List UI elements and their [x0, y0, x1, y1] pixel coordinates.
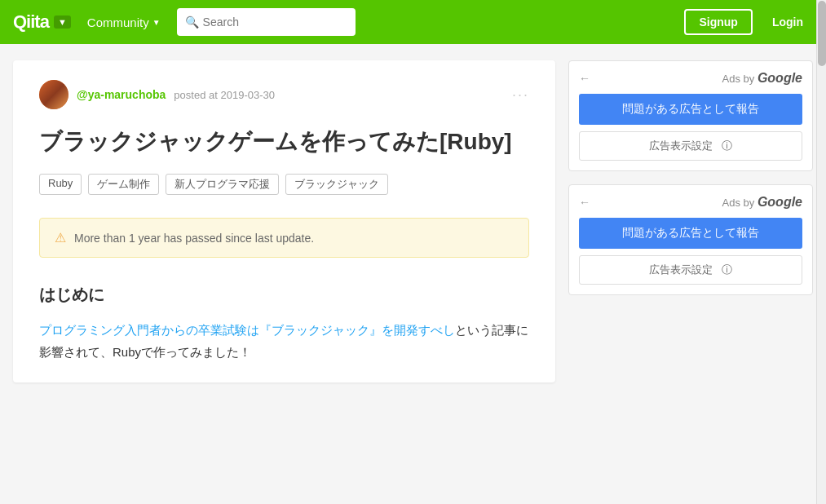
main-header: Qiita ▼ Community ▼ 🔍 Signup Login — [0, 0, 826, 44]
search-icon: 🔍 — [185, 15, 199, 29]
tag[interactable]: ゲーム制作 — [88, 174, 159, 195]
ad-settings-1[interactable]: 広告表示設定 ⓘ — [579, 131, 802, 161]
ad-back-arrow-2[interactable]: ← — [579, 196, 590, 209]
author-handle[interactable]: @ya-maruchoba — [77, 88, 166, 101]
tag[interactable]: Ruby — [39, 174, 82, 195]
logo-text: Qiita — [13, 11, 49, 33]
ad-settings-2[interactable]: 広告表示設定 ⓘ — [579, 255, 802, 285]
article-link[interactable]: プログラミング入門者からの卒業試験は『ブラックジャック』を開発すべし — [39, 323, 455, 337]
ad-header-1: ← Ads by Google — [579, 71, 802, 86]
tags-row: Rubyゲーム制作新人プログラマ応援ブラックジャック — [39, 174, 529, 195]
ad-box-1: ← Ads by Google 問題がある広告として報告 広告表示設定 ⓘ — [568, 60, 813, 171]
ads-by-google-1: Ads by Google — [722, 71, 802, 86]
tag[interactable]: 新人プログラマ応援 — [166, 174, 279, 195]
author-row: @ya-maruchoba posted at 2019-03-30 ··· — [39, 80, 529, 109]
warning-icon: ⚠ — [55, 230, 66, 245]
community-nav[interactable]: Community ▼ — [81, 15, 167, 29]
community-caret-icon: ▼ — [152, 18, 161, 27]
search-wrapper: 🔍 — [177, 8, 421, 36]
ad-report-button-1[interactable]: 問題がある広告として報告 — [579, 94, 802, 125]
warning-box: ⚠ More than 1 year has passed since last… — [39, 218, 529, 258]
post-date: posted at 2019-03-30 — [174, 89, 275, 101]
login-button[interactable]: Login — [762, 11, 813, 33]
tag[interactable]: ブラックジャック — [285, 174, 388, 195]
ad-header-2: ← Ads by Google — [579, 195, 802, 210]
ad-report-button-2[interactable]: 問題がある広告として報告 — [579, 218, 802, 249]
article-body: プログラミング入門者からの卒業試験は『ブラックジャック』を開発すべしという記事に… — [39, 319, 529, 363]
search-input[interactable] — [177, 8, 356, 36]
avatar — [39, 80, 68, 109]
more-options-button[interactable]: ··· — [512, 86, 529, 104]
ad-box-2: ← Ads by Google 問題がある広告として報告 広告表示設定 ⓘ — [568, 184, 813, 295]
main-layout: @ya-maruchoba posted at 2019-03-30 ··· ブ… — [0, 44, 826, 399]
article-card: @ya-maruchoba posted at 2019-03-30 ··· ブ… — [13, 60, 555, 382]
sidebar: ← Ads by Google 問題がある広告として報告 広告表示設定 ⓘ ← … — [568, 60, 813, 382]
ad-back-arrow-1[interactable]: ← — [579, 72, 590, 85]
community-label: Community — [87, 15, 149, 29]
ads-by-google-2: Ads by Google — [722, 195, 802, 210]
logo-area: Qiita ▼ — [13, 11, 71, 33]
warning-text: More than 1 year has passed since last u… — [74, 232, 314, 245]
scrollbar-thumb[interactable] — [818, 1, 826, 66]
article-title: ブラックジャックゲームを作ってみた[Ruby] — [39, 126, 529, 157]
scrollbar[interactable] — [816, 0, 826, 399]
section-heading: はじめに — [39, 284, 529, 306]
logo-dropdown-button[interactable]: ▼ — [54, 15, 71, 29]
signup-button[interactable]: Signup — [684, 9, 752, 35]
